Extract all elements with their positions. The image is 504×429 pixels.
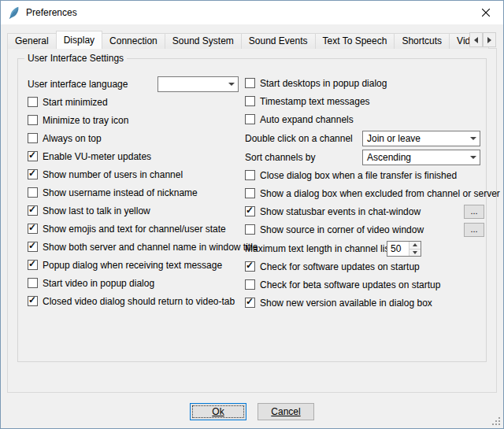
checkbox-label: Show a dialog box when excluded from cha… (260, 188, 500, 199)
check-mark-icon: ✓ (28, 150, 36, 161)
chevron-down-icon (228, 83, 235, 86)
checkbox-box: ✓ (245, 279, 255, 290)
spinner-up-button[interactable] (410, 242, 421, 249)
max-text-length-label: Maximum text length in channel list (245, 243, 387, 254)
checkbox-box: ✓ (28, 115, 38, 125)
checkbox-excluded-dialog[interactable]: ✓ Show a dialog box when excluded from c… (245, 187, 484, 200)
checkbox-last-talk-yellow[interactable]: ✓ Show last to talk in yellow (28, 204, 242, 217)
arrow-up-icon (413, 243, 417, 246)
checkbox-box: ✓ (28, 278, 38, 288)
double-click-label: Double click on a channel (245, 133, 362, 144)
left-column: User interface language ✓ Start minimize… (28, 76, 242, 313)
checkbox-minimize-to-tray[interactable]: ✓ Minimize to tray icon (28, 113, 242, 127)
spinner-down-button[interactable] (410, 249, 421, 257)
combo-arrow (467, 131, 480, 146)
checkbox-software-updates[interactable]: ✓ Check for software updates on startup (245, 260, 484, 273)
checkbox-label: Show both server and channel name in win… (43, 242, 258, 253)
language-select[interactable] (158, 76, 239, 92)
combo-arrow (467, 150, 480, 165)
checkbox-label: Enable VU-meter updates (43, 151, 151, 162)
checkbox-vu-meter-updates[interactable]: ✓ Enable VU-meter updates (28, 150, 242, 163)
checkbox-label: Minimize to tray icon (43, 115, 128, 126)
checkbox-beta-updates[interactable]: ✓ Check for beta software updates on sta… (245, 278, 484, 291)
checkbox-box: ✓ (245, 96, 255, 106)
sort-channels-value: Ascending (363, 152, 467, 163)
max-text-length-spinner[interactable]: 50 (387, 241, 421, 257)
checkbox-box: ✓ (28, 242, 38, 252)
tab-general[interactable]: General (7, 33, 57, 49)
checkbox-statusbar-events[interactable]: ✓ Show statusbar events in chat-window (245, 205, 421, 218)
checkbox-video-popup-dialog[interactable]: ✓ Start video in popup dialog (28, 276, 242, 290)
checkbox-label: Popup dialog when receiving text message (43, 260, 222, 271)
tab-sound-system[interactable]: Sound System (165, 33, 242, 49)
tab-connection[interactable]: Connection (102, 33, 165, 49)
tab-scroll-right-button[interactable] (483, 32, 496, 47)
checkbox-label: Close dialog box when a file transfer is… (260, 170, 457, 181)
checkbox-desktops-popup-dialog[interactable]: ✓ Start desktops in popup dialog (245, 76, 484, 90)
arrow-left-icon (474, 37, 478, 43)
close-button[interactable] (468, 1, 503, 24)
arrow-down-icon (413, 251, 417, 254)
checkbox-box: ✓ (28, 151, 38, 161)
checkbox-label: Start minimized (43, 97, 108, 108)
checkbox-label: Show last to talk in yellow (43, 205, 150, 216)
checkbox-popup-text-message[interactable]: ✓ Popup dialog when receiving text messa… (28, 258, 242, 272)
checkbox-timestamp-messages[interactable]: ✓ Timestamp text messages (245, 94, 484, 108)
ok-button[interactable]: Ok (190, 403, 246, 420)
checkbox-closed-video-return-tab[interactable]: ✓ Closed video dialog should return to v… (28, 294, 242, 308)
checkbox-video-source-corner[interactable]: ✓ Show source in corner of video window (245, 223, 424, 236)
checkbox-box: ✓ (245, 224, 255, 235)
combo-arrow (225, 77, 238, 91)
checkbox-box: ✓ (28, 187, 38, 198)
tab-scroll-left-button[interactable] (469, 32, 483, 47)
checkbox-auto-expand-channels[interactable]: ✓ Auto expand channels (245, 113, 484, 126)
checkbox-box: ✓ (245, 298, 255, 308)
checkbox-label: Check for software updates on startup (260, 261, 420, 272)
checkbox-box: ✓ (28, 133, 38, 143)
double-click-value: Join or leave (363, 133, 467, 144)
cancel-button[interactable]: Cancel (258, 403, 314, 420)
checkbox-server-channel-in-title[interactable]: ✓ Show both server and channel name in w… (28, 240, 242, 253)
language-label: User interface language (28, 79, 158, 90)
check-mark-icon: ✓ (28, 222, 36, 233)
tab-display[interactable]: Display (56, 31, 102, 49)
checkbox-new-version-dialog[interactable]: ✓ Show new version available in dialog b… (245, 296, 484, 309)
user-interface-settings-group: User Interface Settings User interface l… (17, 58, 487, 362)
checkbox-emojis-text-state[interactable]: ✓ Show emojis and text for channel/user … (28, 222, 242, 235)
button-row: Ok Cancel (1, 403, 503, 420)
checkbox-box: ✓ (28, 169, 38, 179)
check-mark-icon: ✓ (28, 258, 36, 269)
checkbox-box: ✓ (28, 296, 38, 306)
checkbox-box: ✓ (245, 206, 255, 216)
checkbox-box: ✓ (245, 170, 255, 180)
checkbox-always-on-top[interactable]: ✓ Always on top (28, 131, 242, 145)
sort-channels-select[interactable]: Ascending (362, 150, 480, 165)
double-click-select[interactable]: Join or leave (362, 131, 480, 146)
checkbox-label: Show new version available in dialog box (260, 298, 432, 309)
checkbox-label: Show emojis and text for channel/user st… (43, 224, 226, 235)
titlebar: Preferences (1, 1, 503, 24)
window-title: Preferences (26, 7, 77, 18)
checkbox-label: Show username instead of nickname (43, 187, 198, 198)
checkbox-start-minimized[interactable]: ✓ Start minimized (28, 95, 242, 109)
checkbox-box: ✓ (28, 224, 38, 234)
tab-shortcuts[interactable]: Shortcuts (394, 33, 450, 49)
checkbox-label: Always on top (43, 133, 102, 144)
checkbox-username-instead-nickname[interactable]: ✓ Show username instead of nickname (28, 186, 242, 199)
checkbox-label: Timestamp text messages (260, 96, 370, 107)
chevron-down-icon (470, 137, 476, 140)
checkbox-label: Start desktops in popup dialog (260, 78, 387, 89)
check-mark-icon: ✓ (28, 240, 36, 251)
tab-text-to-speech[interactable]: Text To Speech (315, 33, 395, 49)
video-source-more-button[interactable]: ... (464, 223, 484, 237)
check-mark-icon: ✓ (246, 205, 254, 216)
checkbox-users-in-channel[interactable]: ✓ Show number of users in channel (28, 168, 242, 181)
max-text-length-value: 50 (387, 242, 409, 256)
checkbox-label: Show source in corner of video window (260, 224, 424, 235)
resize-grip[interactable] (492, 417, 501, 426)
tab-bar: General Display Connection Sound System … (7, 31, 497, 49)
checkbox-close-on-filetransfer[interactable]: ✓ Close dialog box when a file transfer … (245, 168, 484, 182)
statusbar-events-more-button[interactable]: ... (464, 205, 484, 219)
check-mark-icon: ✓ (246, 260, 254, 271)
tab-sound-events[interactable]: Sound Events (241, 33, 316, 49)
